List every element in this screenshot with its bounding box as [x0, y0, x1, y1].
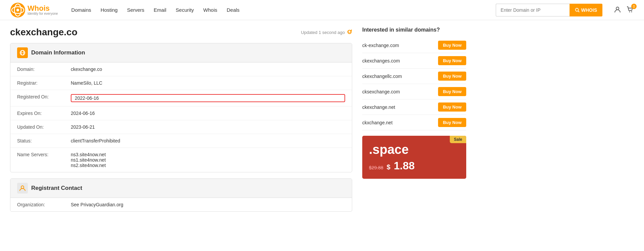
- similar-domain-name: ckxchange.net: [362, 120, 392, 125]
- registrant-icon: [17, 183, 28, 194]
- value-domain: ckexchange.co: [71, 67, 345, 72]
- search-input[interactable]: [496, 4, 570, 16]
- svg-point-6: [616, 7, 619, 10]
- table-row: Registered On: 2022-06-16: [10, 90, 352, 107]
- refresh-icon[interactable]: [347, 29, 352, 36]
- buy-now-button[interactable]: Buy Now: [438, 118, 466, 127]
- logo-icon: [10, 2, 25, 18]
- list-item: cksexchange.com Buy Now: [362, 84, 466, 99]
- value-registered-on: 2022-06-16: [71, 94, 345, 102]
- nav-servers[interactable]: Servers: [127, 7, 145, 13]
- label-expires-on: Expires On:: [17, 111, 71, 116]
- list-item: ck-exchange.com Buy Now: [362, 38, 466, 53]
- list-item: ckexchange.net Buy Now: [362, 99, 466, 115]
- domain-info-card: Domain Information Domain: ckexchange.co…: [10, 43, 352, 172]
- svg-point-4: [575, 8, 578, 11]
- value-expires-on: 2024-06-16: [71, 111, 345, 116]
- table-row: Name Servers: ns3.site4now.net ns1.site4…: [10, 148, 352, 172]
- sale-price-area: $29.88 $ 1.88: [369, 160, 460, 172]
- value-status: clientTransferProhibited: [71, 138, 345, 143]
- label-updated-on: Updated On:: [17, 124, 71, 130]
- right-panel: Interested in similar domains? ck-exchan…: [362, 27, 466, 218]
- list-item: ckexchanges.com Buy Now: [362, 53, 466, 69]
- sale-old-price: $29.88: [369, 165, 383, 170]
- svg-line-5: [578, 11, 579, 12]
- buy-now-button[interactable]: Buy Now: [438, 56, 466, 65]
- buy-now-button[interactable]: Buy Now: [438, 102, 466, 112]
- domain-title: ckexchange.co: [10, 27, 77, 38]
- value-updated-on: 2023-06-21: [71, 124, 345, 130]
- label-nameservers: Name Servers:: [17, 152, 71, 157]
- domain-info-title: Domain Information: [31, 49, 85, 56]
- similar-domain-name: cksexchange.com: [362, 89, 400, 94]
- main-nav: Domains Hosting Servers Email Security W…: [71, 7, 489, 13]
- table-row: Status: clientTransferProhibited: [10, 134, 352, 148]
- header-icons: 0: [614, 6, 634, 14]
- list-item: ckxchange.net Buy Now: [362, 115, 466, 130]
- value-registrar: NameSilo, LLC: [71, 80, 345, 86]
- label-registrar: Registrar:: [17, 80, 71, 86]
- list-item: ckexchangellc.com Buy Now: [362, 69, 466, 84]
- sale-new-price: 1.88: [394, 160, 415, 172]
- search-button[interactable]: WHOIS: [570, 4, 602, 16]
- similar-domain-name: ckexchangellc.com: [362, 74, 402, 79]
- logo-text: Whois Identity for everyone: [28, 5, 58, 15]
- svg-point-12: [21, 186, 24, 189]
- left-panel: ckexchange.co Updated 1 second ago: [10, 27, 352, 218]
- cart-icon[interactable]: 0: [627, 6, 634, 14]
- registrant-contact-header: Registrant Contact: [10, 179, 352, 198]
- page-body: ckexchange.co Updated 1 second ago: [0, 20, 644, 224]
- logo-tagline: Identity for everyone: [28, 12, 58, 15]
- similar-domains-title: Interested in similar domains?: [362, 27, 466, 33]
- similar-domains-list: ck-exchange.com Buy Now ckexchanges.com …: [362, 38, 466, 130]
- cart-badge: 0: [631, 4, 637, 9]
- domain-info-header: Domain Information: [10, 43, 352, 62]
- domain-title-area: ckexchange.co Updated 1 second ago: [10, 27, 352, 38]
- domain-info-icon: [17, 47, 28, 58]
- svg-point-3: [16, 9, 19, 11]
- sale-tag: Sale: [450, 136, 466, 143]
- svg-point-8: [631, 11, 632, 12]
- table-row: Domain: ckexchange.co: [10, 62, 352, 76]
- table-row: Updated On: 2023-06-21: [10, 120, 352, 134]
- label-domain: Domain:: [17, 67, 71, 72]
- search-icon: [575, 8, 580, 12]
- nav-domains[interactable]: Domains: [71, 7, 91, 13]
- nav-deals[interactable]: Deals: [227, 7, 239, 13]
- buy-now-button[interactable]: Buy Now: [438, 87, 466, 96]
- nav-email[interactable]: Email: [154, 7, 166, 13]
- nav-hosting[interactable]: Hosting: [101, 7, 118, 13]
- logo-whois-text: Whois: [28, 5, 58, 12]
- nav-whois[interactable]: Whois: [203, 7, 217, 13]
- header: Whois Identity for everyone Domains Host…: [0, 0, 644, 20]
- logo[interactable]: Whois Identity for everyone: [10, 2, 58, 18]
- svg-point-7: [629, 11, 630, 12]
- similar-domain-name: ck-exchange.com: [362, 43, 399, 48]
- sale-banner[interactable]: Sale .space $29.88 $ 1.88: [362, 136, 466, 179]
- buy-now-button[interactable]: Buy Now: [438, 41, 466, 50]
- user-icon[interactable]: [614, 6, 621, 14]
- table-row: Expires On: 2024-06-16: [10, 107, 352, 120]
- value-nameservers: ns3.site4now.net ns1.site4now.net ns2.si…: [71, 152, 345, 168]
- registrant-contact-card: Registrant Contact Organization: See Pri…: [10, 178, 352, 212]
- buy-now-button[interactable]: Buy Now: [438, 72, 466, 81]
- value-organization: See PrivacyGuardian.org: [71, 202, 345, 207]
- nav-security[interactable]: Security: [176, 7, 194, 13]
- table-row: Organization: See PrivacyGuardian.org: [10, 198, 352, 211]
- updated-text: Updated 1 second ago: [301, 30, 345, 35]
- registrant-contact-title: Registrant Contact: [31, 185, 82, 192]
- search-area: WHOIS: [496, 4, 602, 16]
- label-status: Status:: [17, 138, 71, 143]
- sale-domain-name: .space: [369, 142, 460, 157]
- similar-domain-name: ckexchanges.com: [362, 58, 400, 64]
- similar-domain-name: ckexchange.net: [362, 104, 395, 110]
- label-organization: Organization:: [17, 202, 71, 207]
- sale-dollar-sign: $: [387, 163, 390, 171]
- label-registered-on: Registered On:: [17, 94, 71, 99]
- table-row: Registrar: NameSilo, LLC: [10, 76, 352, 90]
- updated-area: Updated 1 second ago: [301, 29, 352, 36]
